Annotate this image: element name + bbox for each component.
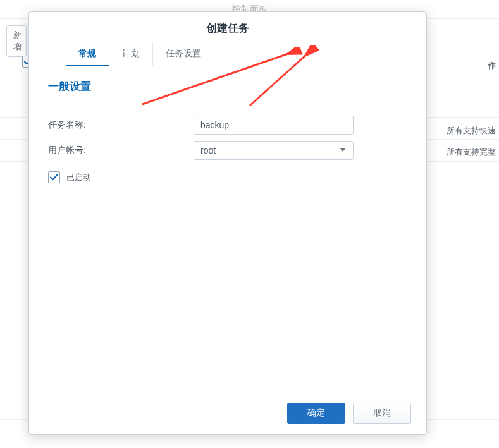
create-task-dialog: 创建任务 常规 计划 任务设置 一般设置 任务名称: 用户帐号: root 已启… — [28, 11, 427, 435]
task-name-label: 任务名称: — [48, 119, 194, 131]
check-icon — [49, 173, 59, 182]
background-new-button[interactable]: 新增 — [6, 25, 27, 57]
dialog-title: 创建任务 — [29, 12, 426, 42]
user-account-value: root — [200, 145, 216, 155]
section-heading-general: 一般设置 — [48, 79, 407, 99]
row-task-name: 任务名称: — [48, 116, 407, 135]
cancel-button[interactable]: 取消 — [353, 403, 411, 424]
dialog-tabs: 常规 计划 任务设置 — [47, 42, 409, 66]
task-name-input[interactable] — [194, 116, 354, 135]
tab-schedule[interactable]: 计划 — [109, 42, 153, 66]
enabled-label: 已启动 — [66, 172, 91, 183]
user-account-select[interactable]: root — [194, 141, 354, 160]
background-col-header: 作 — [488, 60, 496, 71]
tab-general[interactable]: 常规 — [66, 42, 109, 66]
tab-task-settings[interactable]: 任务设置 — [153, 42, 214, 66]
chevron-down-icon — [339, 145, 347, 155]
dialog-footer: 确定 取消 — [29, 392, 426, 434]
row-user-account: 用户帐号: root — [48, 141, 407, 160]
ok-button[interactable]: 确定 — [287, 403, 345, 424]
form-general: 任务名称: 用户帐号: root 已启动 — [29, 104, 426, 392]
row-enabled[interactable]: 已启动 — [48, 171, 407, 183]
background-row-2: 所有支持完整 — [447, 147, 496, 158]
user-account-label: 用户帐号: — [48, 145, 194, 156]
background-row-1: 所有支持快速 — [447, 125, 496, 136]
checkbox-enabled[interactable] — [48, 171, 60, 183]
